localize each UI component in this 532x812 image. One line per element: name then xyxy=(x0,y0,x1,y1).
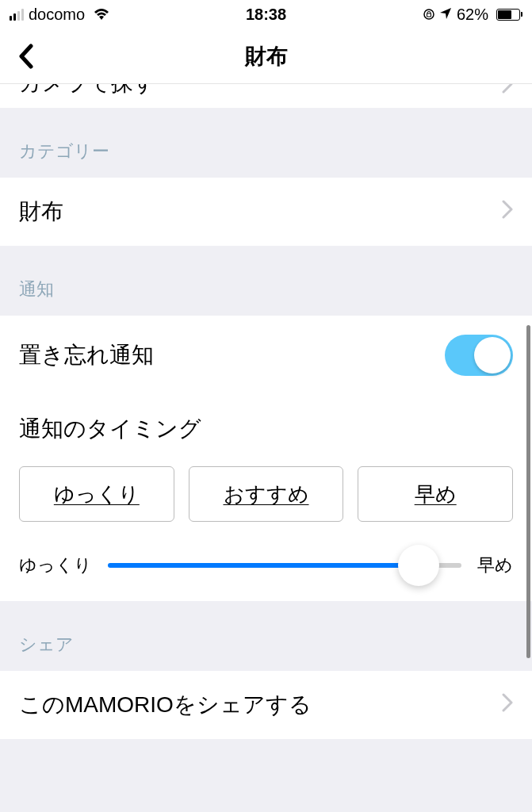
share-row[interactable]: このMAMORIOをシェアする xyxy=(0,671,532,739)
timing-buttons: ゆっくり おすすめ 早め xyxy=(19,466,513,522)
category-header: カテゴリー xyxy=(0,108,532,178)
chevron-right-icon xyxy=(502,692,513,718)
chevron-right-icon xyxy=(502,199,513,224)
share-header: シェア xyxy=(0,601,532,671)
timing-recommended-button[interactable]: おすすめ xyxy=(189,466,344,522)
timing-section: 通知のタイミング ゆっくり おすすめ 早め ゆっくり 早め xyxy=(0,395,532,601)
forget-notification-row: 置き忘れ通知 xyxy=(0,316,532,395)
slider-min-label: ゆっくり xyxy=(19,553,92,577)
lock-icon xyxy=(423,6,434,24)
scroll-indicator[interactable] xyxy=(526,325,530,658)
location-icon xyxy=(439,6,452,24)
forget-notification-label: 置き忘れ通知 xyxy=(19,340,154,370)
battery-icon xyxy=(493,9,522,21)
camera-search-row[interactable]: カメラで探す xyxy=(0,84,532,108)
page-title: 財布 xyxy=(245,42,288,71)
svg-point-0 xyxy=(424,10,434,19)
timing-fast-button[interactable]: 早め xyxy=(358,466,513,522)
timing-slider[interactable] xyxy=(108,563,461,568)
slider-max-label: 早め xyxy=(477,553,513,577)
category-value: 財布 xyxy=(19,197,63,227)
camera-search-label: カメラで探す xyxy=(19,84,156,98)
signal-icon xyxy=(10,8,24,21)
back-button[interactable] xyxy=(14,44,38,68)
status-time: 18:38 xyxy=(246,6,286,24)
chevron-right-icon xyxy=(502,84,513,97)
battery-pct: 62% xyxy=(457,6,488,24)
category-row[interactable]: 財布 xyxy=(0,178,532,246)
status-bar: docomo 18:38 62% xyxy=(0,0,532,29)
share-label: このMAMORIOをシェアする xyxy=(19,690,312,720)
carrier-label: docomo xyxy=(29,6,85,24)
timing-slider-row: ゆっくり 早め xyxy=(19,553,513,577)
wifi-icon xyxy=(93,6,110,24)
slider-thumb-icon[interactable] xyxy=(398,545,439,586)
forget-notification-toggle[interactable] xyxy=(445,335,513,376)
timing-label: 通知のタイミング xyxy=(19,395,513,466)
notification-header: 通知 xyxy=(0,246,532,316)
status-right: 62% xyxy=(423,6,522,24)
nav-bar: 財布 xyxy=(0,29,532,84)
timing-slow-button[interactable]: ゆっくり xyxy=(19,466,174,522)
status-left: docomo xyxy=(10,6,110,24)
